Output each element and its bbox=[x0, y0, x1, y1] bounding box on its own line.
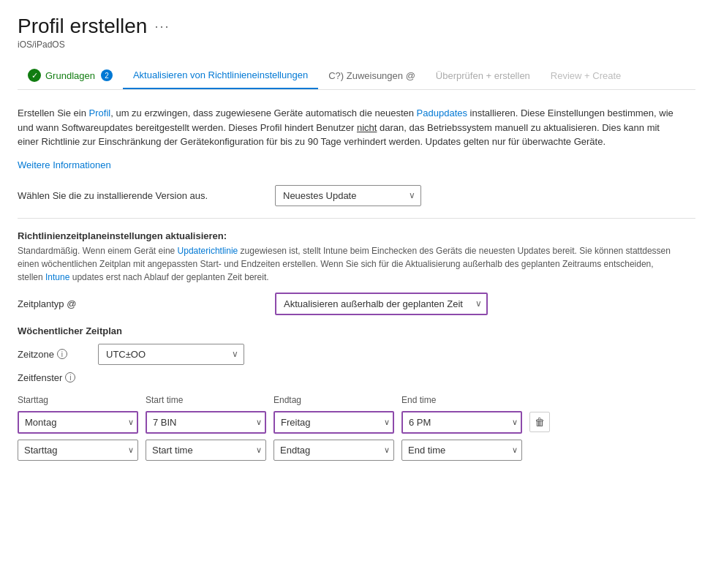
row2-endtag-select[interactable]: Endtag Montag Dienstag Freitag bbox=[273, 440, 394, 461]
col-header-starttime: Start time bbox=[146, 395, 266, 405]
row1-starttime-select[interactable]: 7 BIN 8 AM 9 AM 10 AM bbox=[146, 411, 266, 434]
row1-endtag-wrapper: Montag Dienstag Mittwoch Donnerstag Frei… bbox=[273, 411, 394, 434]
desc-link-padupdates[interactable]: Padupdates bbox=[417, 108, 467, 118]
page-title: Profil erstellen ··· bbox=[18, 15, 170, 38]
weekly-schedule-section: Wöchentlicher Zeitplan Zeitzone i UTC±OO… bbox=[18, 325, 695, 461]
version-label: Wählen Sie die zu installierende Version… bbox=[18, 190, 266, 201]
table-row: Montag Dienstag Mittwoch Donnerstag Frei… bbox=[18, 411, 695, 434]
row2-endtime-select[interactable]: End time 6 PM 7 PM 8 PM bbox=[401, 440, 522, 461]
row2-starttag-wrapper: Starttag Montag Dienstag Mittwoch Donner… bbox=[18, 440, 138, 461]
weekly-schedule-header: Wöchentlicher Zeitplan bbox=[18, 325, 695, 336]
row1-endtime-wrapper: 6 PM 7 PM 8 PM 9 PM ∨ bbox=[401, 411, 522, 434]
row2-starttag-select[interactable]: Starttag Montag Dienstag Mittwoch Donner… bbox=[18, 440, 138, 461]
version-select-wrapper: Neuestes Update Update 1 Update 2 ∨ bbox=[275, 185, 421, 206]
step-check-icon: ✓ bbox=[28, 69, 41, 82]
desc-not: nicht bbox=[357, 122, 377, 133]
profile-description: Erstellen Sie ein Profil, um zu erzwinge… bbox=[18, 106, 676, 149]
version-select[interactable]: Neuestes Update Update 1 Update 2 bbox=[275, 185, 421, 206]
timezone-info-icon[interactable]: i bbox=[57, 349, 67, 359]
row2-starttime-select[interactable]: Start time 7 BIN 8 AM 9 AM bbox=[146, 440, 266, 461]
step-grundlagen-label: Grundlagen bbox=[45, 70, 95, 81]
step-aktualisieren[interactable]: Aktualisieren von Richtlinieneinstellung… bbox=[123, 64, 318, 89]
schedule-description: Standardmäßig. Wenn einem Gerät eine Upd… bbox=[18, 244, 676, 284]
zeitfenster-info-icon[interactable]: i bbox=[65, 372, 75, 382]
zeitplantyp-select-wrapper: Aktualisieren außerhalb der geplanten Ze… bbox=[275, 293, 488, 315]
step-aktualisieren-label: Aktualisieren von Richtlinieneinstellung… bbox=[133, 69, 308, 80]
row1-delete-button[interactable]: 🗑 bbox=[529, 412, 550, 432]
desc-link-profil[interactable]: Profil bbox=[89, 108, 111, 118]
timezone-select-wrapper: UTC±OO UTC+01:00 UTC+02:00 ∨ bbox=[98, 344, 244, 365]
more-options-icon[interactable]: ··· bbox=[154, 19, 170, 34]
divider-1 bbox=[18, 218, 695, 219]
row1-endtime-select[interactable]: 6 PM 7 PM 8 PM 9 PM bbox=[401, 411, 522, 434]
row1-delete-col: 🗑 bbox=[529, 412, 556, 432]
col-header-endtag: Endtag bbox=[273, 395, 394, 405]
row1-starttime-wrapper: 7 BIN 8 AM 9 AM 10 AM ∨ bbox=[146, 411, 266, 434]
schedule-grid: Starttag Start time Endtag End time Mont… bbox=[18, 395, 695, 461]
more-info-link[interactable]: Weitere Informationen bbox=[18, 159, 111, 170]
col-header-endtime: End time bbox=[401, 395, 522, 405]
zeitplantyp-select[interactable]: Aktualisieren außerhalb der geplanten Ze… bbox=[275, 293, 488, 315]
wizard-steps: ✓ Grundlagen 2 Aktualisieren von Richtli… bbox=[18, 63, 695, 90]
step-review-create[interactable]: Review + Create bbox=[540, 64, 631, 88]
row1-starttag-wrapper: Montag Dienstag Mittwoch Donnerstag Frei… bbox=[18, 411, 138, 434]
row1-starttag-select[interactable]: Montag Dienstag Mittwoch Donnerstag Frei… bbox=[18, 411, 138, 434]
timezone-row: Zeitzone i UTC±OO UTC+01:00 UTC+02:00 ∨ bbox=[18, 344, 695, 365]
row2-endtime-wrapper: End time 6 PM 7 PM 8 PM ∨ bbox=[401, 440, 522, 461]
row2-starttime-wrapper: Start time 7 BIN 8 AM 9 AM ∨ bbox=[146, 440, 266, 461]
row2-endtag-wrapper: Endtag Montag Dienstag Freitag ∨ bbox=[273, 440, 394, 461]
schedule-section-header: Richtlinienzeitplaneinstellungen aktuali… bbox=[18, 230, 695, 241]
zeitfenster-label: Zeitfenster bbox=[18, 372, 62, 383]
step-zuweisungen-label: C?) Zuweisungen @ bbox=[328, 70, 415, 81]
page-subtitle: iOS/iPadOS bbox=[18, 39, 695, 50]
timezone-label-text: Zeitzone bbox=[18, 349, 54, 360]
step-badge: 2 bbox=[101, 69, 113, 81]
step-ueberpruefen[interactable]: Überprüfen + erstellen bbox=[426, 64, 540, 88]
trash-icon: 🗑 bbox=[535, 416, 545, 428]
step-zuweisungen[interactable]: C?) Zuweisungen @ bbox=[318, 64, 426, 88]
step-ueberpruefen-label: Überprüfen + erstellen bbox=[436, 70, 530, 81]
schedule-header-row: Starttag Start time Endtag End time bbox=[18, 395, 695, 405]
row1-endtag-select[interactable]: Montag Dienstag Mittwoch Donnerstag Frei… bbox=[273, 411, 394, 434]
zeitplantyp-label: Zeitplantyp @ bbox=[18, 298, 266, 309]
col-header-starttag: Starttag bbox=[18, 395, 138, 405]
table-row: Starttag Montag Dienstag Mittwoch Donner… bbox=[18, 440, 695, 461]
step-review-create-label: Review + Create bbox=[551, 70, 621, 81]
zeitfenster-row: Zeitfenster i bbox=[18, 372, 695, 383]
timezone-select[interactable]: UTC±OO UTC+01:00 UTC+02:00 bbox=[98, 344, 244, 365]
zeitplantyp-row: Zeitplantyp @ Aktualisieren außerhalb de… bbox=[18, 293, 695, 315]
step-grundlagen[interactable]: ✓ Grundlagen 2 bbox=[18, 63, 123, 89]
version-row: Wählen Sie die zu installierende Version… bbox=[18, 185, 695, 206]
